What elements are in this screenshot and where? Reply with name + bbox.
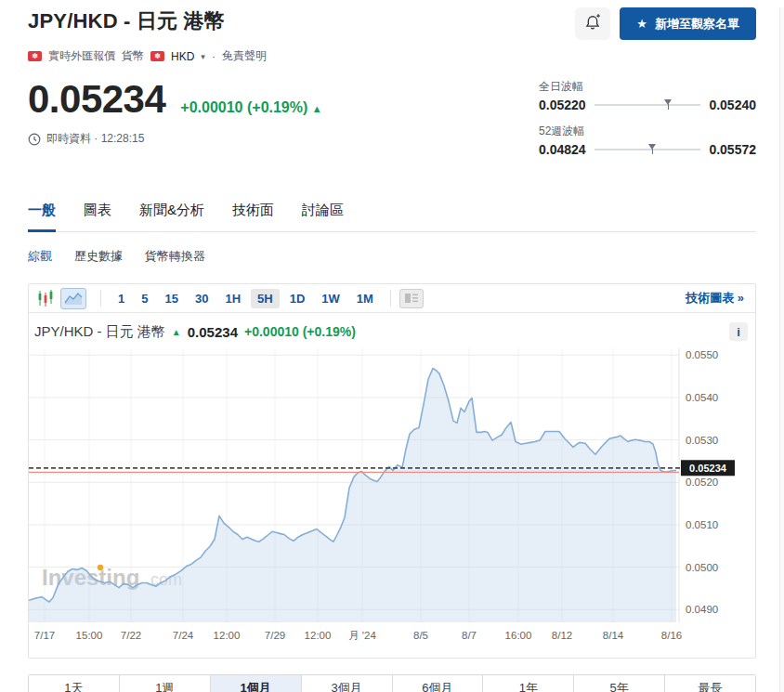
star-icon: ★ <box>636 17 647 31</box>
change-value: +0.00010 (+0.19%) <box>180 99 307 115</box>
breadcrumb-realtime-fx[interactable]: 實時外匯報價 <box>48 48 115 64</box>
chart-svg: 7/1715:007/227/2412:007/2912:00月 '248/58… <box>29 348 757 650</box>
candlestick-chart-icon[interactable] <box>36 289 55 307</box>
timeframe-5[interactable]: 5 <box>135 289 154 308</box>
price-chart[interactable]: 7/1715:007/227/2412:007/2912:00月 '248/58… <box>29 346 755 658</box>
daily-range: 全日波幅 0.05220 0.05240 <box>539 79 756 112</box>
clock-icon <box>28 133 41 146</box>
main-tabs: 一般 圖表 新聞&分析 技術面 討論區 <box>28 202 756 232</box>
timeframe-5h[interactable]: 5H <box>251 289 280 308</box>
up-arrow-icon: ▲ <box>312 103 322 114</box>
realtime-label: 即時資料 · 12:28:15 <box>46 131 144 147</box>
svg-text:0.0550: 0.0550 <box>686 349 718 360</box>
svg-text:0.0540: 0.0540 <box>686 392 718 403</box>
period-6m-button[interactable]: 6個月 <box>392 675 483 692</box>
price-row: 0.05234 +0.00010 (+0.19%) ▲ <box>28 77 322 122</box>
subtab-historical-data[interactable]: 歷史數據 <box>74 248 123 265</box>
svg-text:0.0520: 0.0520 <box>686 477 718 488</box>
timeframe-1w[interactable]: 1W <box>315 289 346 308</box>
sub-tabs: 綜觀 歷史數據 貨幣轉換器 <box>28 248 756 265</box>
timeframe-1d[interactable]: 1D <box>283 289 312 308</box>
svg-text:8/16: 8/16 <box>661 630 682 641</box>
chart-widget: 1 5 15 30 1H 5H 1D 1W 1M 技術圖表 » JPY/HKD … <box>28 283 756 659</box>
page-scrollbar[interactable] <box>779 7 784 692</box>
svg-text:0.0490: 0.0490 <box>686 604 718 615</box>
tab-news-analysis[interactable]: 新聞&分析 <box>139 202 204 231</box>
svg-text:12:00: 12:00 <box>214 630 241 641</box>
week52-range: 52週波幅 0.04824 0.05572 <box>539 124 756 157</box>
period-3m-button[interactable]: 3個月 <box>301 675 392 692</box>
period-5y-button[interactable]: 5年 <box>573 675 664 692</box>
week52-range-label: 52週波幅 <box>539 124 756 139</box>
quote-section: 0.05234 +0.00010 (+0.19%) ▲ 即時資料 · 12:28… <box>28 77 756 168</box>
breadcrumb: ✽ 實時外匯報價 貨幣 ✽ HKD ▾ · 免責聲明 <box>28 48 756 64</box>
header: JPY/HKD - 日元 港幣 ★ 新增至觀察名單 <box>28 7 756 40</box>
timeframe-15[interactable]: 15 <box>158 289 184 308</box>
svg-text:12:00: 12:00 <box>305 630 332 641</box>
daily-range-low: 0.05220 <box>539 98 586 112</box>
svg-text:7/29: 7/29 <box>265 630 285 641</box>
toolbar-divider <box>390 290 391 307</box>
week52-range-low: 0.04824 <box>539 142 586 157</box>
chart-title-row: JPY/HKD - 日元 港幣 ▲ 0.05234 +0.00010 (+0.1… <box>29 313 755 346</box>
svg-text:15:00: 15:00 <box>76 630 103 641</box>
up-arrow-icon: ▲ <box>172 327 181 337</box>
svg-text:0.0510: 0.0510 <box>686 519 718 530</box>
svg-text:7/22: 7/22 <box>121 630 141 641</box>
news-panel-icon[interactable] <box>399 289 424 308</box>
header-actions: ★ 新增至觀察名單 <box>575 7 756 40</box>
bell-plus-icon <box>583 13 602 34</box>
week52-range-high: 0.05572 <box>709 142 756 157</box>
chart-instrument-name: JPY/HKD - 日元 港幣 <box>34 323 165 341</box>
svg-text:7/17: 7/17 <box>34 630 55 641</box>
timeframe-1m[interactable]: 1M <box>350 289 380 308</box>
period-1w-button[interactable]: 1週 <box>119 675 210 692</box>
tab-general[interactable]: 一般 <box>28 202 56 232</box>
svg-text:8/5: 8/5 <box>413 630 428 641</box>
technical-chart-link[interactable]: 技術圖表 » <box>686 290 748 307</box>
svg-text:16:00: 16:00 <box>505 630 532 641</box>
svg-text:8/14: 8/14 <box>603 630 624 641</box>
daily-range-slider <box>595 99 701 111</box>
breadcrumb-dot: · <box>212 50 216 63</box>
subtab-overview[interactable]: 綜觀 <box>28 248 52 265</box>
disclaimer-link[interactable]: 免責聲明 <box>222 48 267 64</box>
svg-text:0.0530: 0.0530 <box>686 435 718 446</box>
svg-text:0.05234: 0.05234 <box>689 463 727 474</box>
daily-range-label: 全日波幅 <box>539 79 756 95</box>
period-max-button[interactable]: 最長 <box>664 675 755 692</box>
period-1y-button[interactable]: 1年 <box>482 675 573 692</box>
chevron-down-icon[interactable]: ▾ <box>201 52 205 61</box>
tab-technical[interactable]: 技術面 <box>232 202 274 231</box>
price-change: +0.00010 (+0.19%) ▲ <box>180 99 321 116</box>
subtab-currency-converter[interactable]: 貨幣轉換器 <box>145 248 205 265</box>
svg-text:0.0500: 0.0500 <box>686 562 718 573</box>
timeframe-1h[interactable]: 1H <box>218 289 247 308</box>
last-price: 0.05234 <box>28 77 165 122</box>
svg-text:月 '24: 月 '24 <box>348 630 376 641</box>
chart-toolbar: 1 5 15 30 1H 5H 1D 1W 1M 技術圖表 » <box>29 284 755 313</box>
line-chart-icon[interactable] <box>60 288 86 309</box>
alert-bell-button[interactable] <box>575 7 610 40</box>
svg-text:7/24: 7/24 <box>173 630 194 641</box>
tab-discussion[interactable]: 討論區 <box>302 202 344 231</box>
week52-range-slider <box>595 144 701 155</box>
ranges-panel: 全日波幅 0.05220 0.05240 52週波幅 0.04824 <box>539 77 756 168</box>
timeframe-1[interactable]: 1 <box>111 289 131 308</box>
breadcrumb-hkd[interactable]: HKD <box>171 50 194 63</box>
quote-block: 0.05234 +0.00010 (+0.19%) ▲ 即時資料 · 12:28… <box>28 77 322 168</box>
page: JPY/HKD - 日元 港幣 ★ 新增至觀察名單 ✽ 實時外匯報價 貨幣 ✽ … <box>0 7 784 692</box>
hk-flag-icon: ✽ <box>28 51 42 61</box>
daily-range-high: 0.05240 <box>709 98 756 112</box>
timeframe-30[interactable]: 30 <box>189 289 215 308</box>
add-to-watchlist-button[interactable]: ★ 新增至觀察名單 <box>620 7 756 40</box>
page-title: JPY/HKD - 日元 港幣 <box>28 7 225 35</box>
chart-price-change: +0.00010 (+0.19%) <box>244 324 356 339</box>
period-1m-button[interactable]: 1個月 <box>210 675 301 692</box>
tab-chart[interactable]: 圖表 <box>84 202 111 231</box>
breadcrumb-currency[interactable]: 貨幣 <box>122 48 144 64</box>
chart-last-price: 0.05234 <box>188 324 238 340</box>
watchlist-button-label: 新增至觀察名單 <box>655 16 739 33</box>
info-icon[interactable]: i <box>729 322 748 341</box>
period-1d-button[interactable]: 1天 <box>29 675 119 692</box>
